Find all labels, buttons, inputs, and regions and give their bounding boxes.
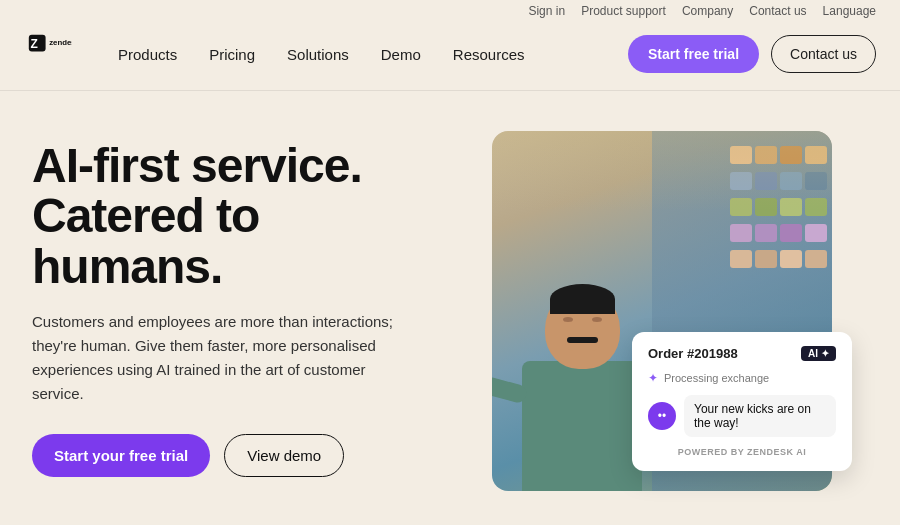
processing-text: Processing exchange [664,372,769,384]
product-support-link[interactable]: Product support [581,4,666,18]
hero-heading: AI-first service. Catered to humans. [32,141,452,292]
hero-left: AI-first service. Catered to humans. Cus… [32,131,452,477]
nav-cta-group: Start free trial Contact us [628,35,876,73]
svg-text:zendesk: zendesk [49,38,72,47]
company-link[interactable]: Company [682,4,733,18]
contact-us-utility-link[interactable]: Contact us [749,4,806,18]
navbar: Z zendesk Products Pricing Solutions Dem… [0,22,900,91]
processing-icon: ✦ [648,371,658,385]
nav-item-demo[interactable]: Demo [367,38,435,71]
processing-status: ✦ Processing exchange [648,371,836,385]
logo-container[interactable]: Z zendesk [24,30,72,78]
chat-widget: Order #201988 AI ✦ ✦ Processing exchange… [632,332,852,471]
nav-item-solutions[interactable]: Solutions [273,38,363,71]
ai-sparkle-icon: ✦ [821,348,829,359]
hero-section: AI-first service. Catered to humans. Cus… [0,91,900,506]
svg-text:Z: Z [31,37,38,51]
zendesk-logo-icon: Z zendesk [24,30,72,78]
hero-heading-line2: Catered to [32,189,259,242]
chat-message-row: •• Your new kicks are on the way! [648,395,836,437]
hero-heading-line1: AI-first service. [32,139,362,192]
hero-start-trial-button[interactable]: Start your free trial [32,434,210,477]
hero-buttons: Start your free trial View demo [32,434,452,477]
hero-subtext: Customers and employees are more than in… [32,310,412,406]
powered-by-label: POWERED BY ZENDESK AI [648,447,836,457]
chat-message-bubble: Your new kicks are on the way! [684,395,836,437]
nav-links: Products Pricing Solutions Demo Resource… [104,38,628,71]
hero-right: Order #201988 AI ✦ ✦ Processing exchange… [492,131,832,491]
sign-in-link[interactable]: Sign in [528,4,565,18]
nav-item-products[interactable]: Products [104,38,191,71]
ai-badge-label: AI [808,348,818,359]
nav-item-pricing[interactable]: Pricing [195,38,269,71]
contact-us-button[interactable]: Contact us [771,35,876,73]
person-figure [522,289,642,491]
chat-avatar: •• [648,402,676,430]
hero-heading-line3: humans. [32,240,222,293]
chat-header: Order #201988 AI ✦ [648,346,836,361]
hero-view-demo-button[interactable]: View demo [224,434,344,477]
start-free-trial-button[interactable]: Start free trial [628,35,759,73]
nav-item-resources[interactable]: Resources [439,38,539,71]
language-link[interactable]: Language [823,4,876,18]
utility-bar: Sign in Product support Company Contact … [0,0,900,22]
ai-badge: AI ✦ [801,346,836,361]
chat-avatar-icon: •• [658,409,666,423]
order-number: Order #201988 [648,346,738,361]
